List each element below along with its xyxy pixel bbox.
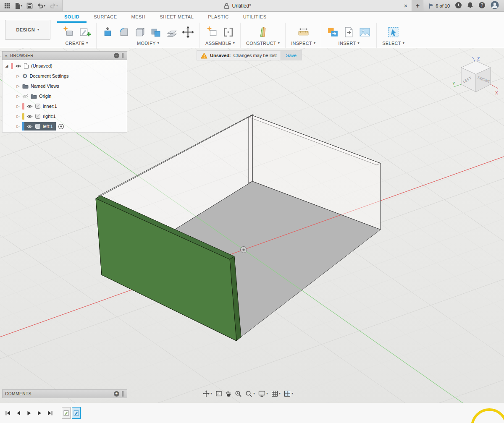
browser-item-named-views[interactable]: ▷ Named Views	[3, 81, 127, 91]
group-label-modify[interactable]: MODIFY▾	[137, 41, 159, 46]
job-status-button[interactable]	[455, 2, 462, 10]
browser-item-label[interactable]: inner:1	[43, 104, 57, 109]
app-menu-button[interactable]	[3, 1, 12, 10]
group-label-insert[interactable]: INSERT▾	[339, 41, 360, 46]
play-button[interactable]	[26, 410, 32, 416]
tab-utilities[interactable]: UTILITIES	[236, 12, 274, 23]
redo-button[interactable]: ▾	[48, 1, 60, 10]
shell-icon[interactable]	[134, 26, 146, 38]
browser-item-label[interactable]: (Unsaved)	[31, 63, 52, 68]
panel-grip-icon[interactable]	[122, 53, 124, 58]
select-icon[interactable]	[387, 26, 399, 38]
save-link[interactable]: Save	[281, 51, 302, 60]
visibility-eye-icon[interactable]	[26, 124, 33, 129]
browser-header[interactable]: « BROWSER −	[2, 51, 127, 60]
selected-item-highlight[interactable]: left:1	[22, 122, 56, 131]
timeline-feature-sketch-2[interactable]	[72, 407, 81, 419]
close-icon[interactable]: ×	[404, 2, 408, 9]
group-label-assemble[interactable]: ASSEMBLE▾	[205, 41, 235, 46]
step-back-button[interactable]	[16, 410, 21, 416]
fillet-icon[interactable]	[118, 26, 130, 38]
step-forward-button[interactable]	[37, 410, 42, 416]
go-to-start-button[interactable]	[5, 410, 11, 416]
viewcube-axis-x-label: X	[495, 91, 498, 95]
insert-derive-icon[interactable]	[343, 26, 355, 38]
undo-button[interactable]: ▾	[35, 1, 47, 10]
minimize-panel-icon[interactable]: −	[114, 53, 119, 58]
new-tab-button[interactable]: +	[412, 0, 423, 11]
tab-sheet-metal[interactable]: SHEET METAL	[152, 12, 201, 23]
move-copy-icon[interactable]	[182, 26, 194, 38]
visibility-eye-icon[interactable]	[26, 104, 33, 109]
visibility-eye-icon[interactable]	[15, 64, 21, 68]
tree-caret-icon[interactable]: ▷	[16, 74, 20, 78]
tree-caret-icon[interactable]: ▷	[16, 114, 20, 118]
offset-face-icon[interactable]	[166, 26, 178, 38]
group-label-inspect[interactable]: INSPECT▾	[291, 41, 315, 46]
group-label-construct[interactable]: CONSTRUCT▾	[246, 41, 280, 46]
tab-solid[interactable]: SOLID	[57, 12, 87, 23]
new-component-icon[interactable]	[206, 26, 218, 38]
ribbon-tools: CREATE▾ MODIFY▾ ASSEMBLE▾ CON	[57, 23, 504, 48]
pan-button[interactable]	[226, 390, 231, 397]
browser-item-label[interactable]: Origin	[39, 94, 51, 99]
user-avatar[interactable]	[491, 1, 499, 10]
tab-surface[interactable]: SURFACE	[87, 12, 124, 23]
browser-item-right[interactable]: ▷ right:1	[3, 111, 127, 121]
browser-item-document-settings[interactable]: ▷ ⚙ Document Settings	[3, 71, 127, 81]
visibility-eye-off-icon[interactable]	[22, 94, 29, 99]
collapse-panel-icon[interactable]: «	[5, 53, 8, 58]
insert-canvas-icon[interactable]	[359, 26, 371, 38]
grid-snap-button[interactable]: ▾	[271, 390, 281, 397]
press-pull-icon[interactable]	[102, 26, 114, 38]
visibility-eye-icon[interactable]	[26, 114, 33, 119]
timeline-feature-sketch-1[interactable]	[62, 407, 71, 419]
measure-icon[interactable]	[297, 26, 310, 38]
viewcube[interactable]: Z LEFT FRONT Y X	[452, 56, 501, 99]
tree-caret-icon[interactable]: ▷	[16, 94, 20, 98]
zoom-window-button[interactable]	[235, 390, 242, 397]
file-menu-button[interactable]: ▾	[13, 1, 24, 10]
create-form-icon[interactable]	[63, 26, 75, 38]
activate-radio-icon[interactable]	[58, 123, 64, 130]
browser-item-label[interactable]: right:1	[43, 114, 56, 119]
help-button[interactable]: ?	[478, 2, 486, 10]
construction-plane-icon[interactable]	[257, 26, 269, 38]
origin-marker[interactable]	[241, 247, 247, 253]
workspace-switcher[interactable]: DESIGN▾	[5, 20, 50, 40]
look-at-button[interactable]	[215, 390, 222, 397]
3d-canvas[interactable]: Unsaved: Changes may be lost Save « BROW…	[0, 48, 504, 403]
go-to-end-button[interactable]	[47, 410, 53, 416]
browser-item-inner[interactable]: ▷ inner:1	[3, 101, 127, 111]
browser-item-left-selected[interactable]: ▷ left:1	[3, 121, 127, 131]
group-label-select[interactable]: SELECT▾	[382, 41, 404, 46]
panel-grip-icon[interactable]	[122, 391, 124, 397]
viewports-button[interactable]: ▾	[284, 390, 293, 397]
comments-header[interactable]: COMMENTS +	[2, 389, 127, 398]
combine-icon[interactable]	[150, 26, 162, 38]
insert-svg-icon[interactable]	[327, 26, 339, 38]
tree-caret-icon[interactable]: ▷	[16, 104, 20, 108]
browser-item-origin[interactable]: ▷ Origin	[3, 91, 127, 101]
browser-item-label[interactable]: Document Settings	[30, 73, 69, 78]
create-sketch-icon[interactable]	[79, 26, 91, 38]
browser-panel: « BROWSER − ◢ (Unsaved) ▷ ⚙ Document Set…	[2, 51, 127, 133]
orbit-button[interactable]: ▾	[203, 390, 212, 397]
expand-panel-icon[interactable]: +	[114, 391, 119, 397]
joint-icon[interactable]	[222, 26, 234, 38]
document-tab[interactable]: Untitled* ×	[62, 0, 412, 11]
browser-item-root[interactable]: ◢ (Unsaved)	[3, 61, 127, 71]
notifications-button[interactable]	[467, 2, 473, 10]
tree-caret-icon[interactable]: ▷	[16, 84, 20, 88]
tab-plastic[interactable]: PLASTIC	[201, 12, 236, 23]
display-settings-button[interactable]: ▾	[258, 390, 268, 397]
tree-active-icon[interactable]: ◢	[5, 64, 9, 68]
browser-item-label[interactable]: Named Views	[31, 84, 59, 89]
tab-mesh[interactable]: MESH	[124, 12, 153, 23]
save-button[interactable]	[25, 1, 34, 10]
group-label-create[interactable]: CREATE▾	[66, 41, 88, 46]
tree-caret-icon[interactable]: ▷	[16, 124, 20, 128]
browser-item-label[interactable]: left:1	[43, 124, 53, 129]
zoom-button[interactable]: ▾	[245, 390, 255, 397]
version-indicator[interactable]: 6 of 10	[428, 3, 450, 9]
